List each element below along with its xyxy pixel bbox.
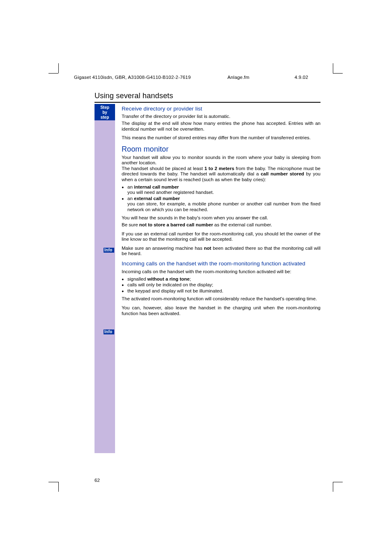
heading-incoming: Incoming calls on the handset with the r…: [122, 260, 321, 267]
text-bold: internal call number: [134, 184, 179, 189]
info-badge: Info: [104, 329, 114, 334]
paragraph: You will hear the sounds in the baby's r…: [122, 215, 321, 221]
sidebar-step-l3: step: [95, 115, 115, 120]
paragraph: If you use an external call number for t…: [122, 231, 321, 242]
paragraph: Make sure an answering machine has not b…: [122, 246, 321, 257]
text-run: ;: [189, 276, 191, 281]
text-run: The handset should be placed at least: [122, 166, 204, 171]
sidebar-step-l1: Step: [95, 105, 115, 110]
crop-mark: [58, 482, 59, 492]
paragraph: Incoming calls on the handset with the r…: [122, 269, 321, 275]
paragraph: Be sure not to store a barred call numbe…: [122, 222, 321, 228]
heading-room-monitor: Room monitor: [122, 147, 321, 152]
bullet-list: an internal call number you will need an…: [122, 184, 321, 213]
text-run: you will need another registered handset…: [127, 190, 321, 196]
heading-receive: Receive directory or provider list: [122, 106, 321, 112]
header-left: Gigaset 4110isdn, GBR, A31008-G4110-B102…: [74, 75, 226, 80]
bullet-list: signalled without a ring tone; calls wil…: [122, 276, 321, 294]
content-column: Receive directory or provider list Trans…: [122, 106, 321, 320]
list-item: the keypad and display will not be illum…: [122, 288, 321, 294]
sidebar-step-badge: Step by step: [95, 104, 115, 120]
info-badge: Info: [104, 248, 114, 253]
list-item: calls will only be indicated on the disp…: [122, 282, 321, 288]
text-bold: 1 to 2 meters: [204, 166, 234, 171]
paragraph: Your handset will allow you to monitor s…: [122, 155, 321, 183]
crop-mark: [333, 73, 343, 74]
text-run: Make sure an answering machine has: [122, 246, 204, 251]
text-bold: not to store a barred call number: [139, 222, 213, 227]
text-bold: without a ring tone: [148, 276, 190, 281]
paragraph: You can, however, also leave the handset…: [122, 305, 321, 316]
text-run: as the external call number.: [213, 222, 272, 227]
crop-mark: [58, 63, 59, 73]
list-item: signalled without a ring tone;: [122, 276, 321, 282]
text-bold: not: [204, 246, 211, 251]
paragraph: The activated room-monitoring function w…: [122, 296, 321, 302]
paragraph: This means the number of stored entries …: [122, 135, 321, 141]
document-page: Gigaset 4110isdn, GBR, A31008-G4110-B102…: [0, 0, 392, 555]
text-run: you can store, for example, a mobile pho…: [127, 201, 321, 212]
paragraph: Transfer of the directory or provider li…: [122, 114, 321, 120]
text-bold: call number stored: [261, 171, 304, 176]
sidebar-step-l2: by: [95, 110, 115, 115]
section-rule: [95, 102, 321, 103]
list-item: an internal call number you will need an…: [122, 184, 321, 196]
sidebar-column: [95, 120, 115, 453]
text-run: Be sure: [122, 222, 139, 227]
page-number: 62: [95, 478, 100, 483]
crop-mark: [333, 482, 343, 482]
text-bold: external call number: [134, 196, 180, 201]
crop-mark: [333, 482, 333, 492]
header-meta: Gigaset 4110isdn, GBR, A31008-G4110-B102…: [74, 75, 308, 80]
crop-mark: [48, 73, 58, 74]
text-run: Your handset will allow you to monitor s…: [122, 155, 321, 166]
crop-mark: [333, 63, 333, 73]
paragraph: The display at the end will show how man…: [122, 121, 321, 132]
section-title: Using several handsets: [95, 92, 173, 100]
header-mid: Anlage.fm: [227, 75, 293, 80]
crop-mark: [48, 482, 58, 482]
list-item: an external call number you can store, f…: [122, 196, 321, 213]
text-run: signalled: [127, 276, 148, 281]
header-right: 4.9.02: [295, 75, 308, 80]
